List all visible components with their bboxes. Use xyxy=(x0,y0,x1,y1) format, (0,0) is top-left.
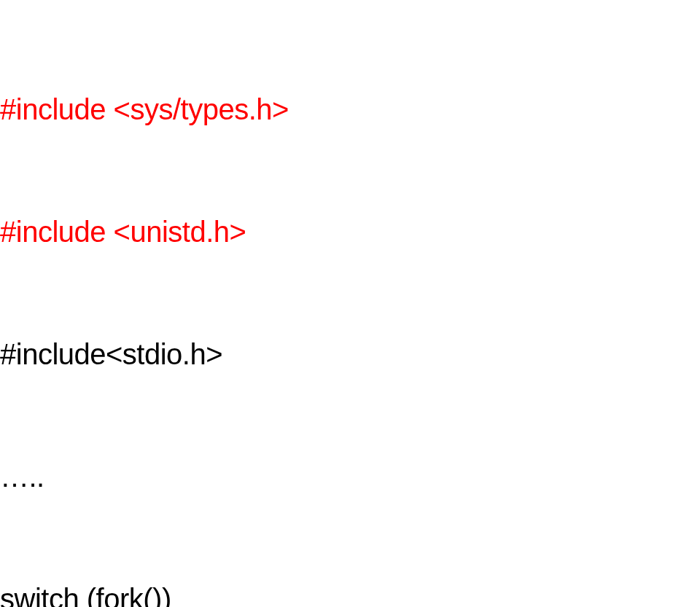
code-line-4: ….. xyxy=(0,456,700,497)
code-line-5: switch (fork()) xyxy=(0,579,700,607)
code-line-1: #include <sys/types.h> xyxy=(0,89,700,130)
code-line-2: #include <unistd.h> xyxy=(0,211,700,252)
code-line-3: #include<stdio.h> xyxy=(0,334,700,375)
code-block: #include <sys/types.h> #include <unistd.… xyxy=(0,7,700,607)
